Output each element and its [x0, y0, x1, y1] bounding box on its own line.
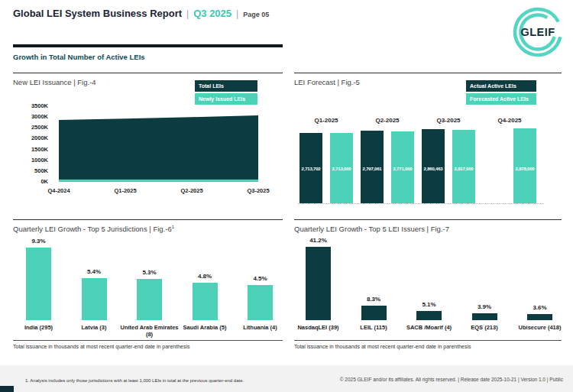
legend-item-actual-active-leis: Actual Active LEIs — [466, 80, 536, 92]
header-divider: | — [186, 8, 189, 19]
bar-category-label: United Arab Emirates (8) — [119, 324, 180, 338]
gleif-logo: GLEIF — [510, 5, 565, 60]
bar-percent-label: 3.9% — [457, 303, 513, 310]
bar-category-label: EQS (213) — [454, 324, 515, 331]
fig6-title: Quarterly LEI Growth - Top 5 Jurisdictio… — [13, 225, 174, 233]
gleif-logo-rings: GLEIF — [510, 5, 565, 60]
report-page: Global LEI System Business Report | Q3 2… — [0, 0, 573, 392]
bar-forecast-q4-2025 — [513, 128, 536, 203]
bar-saudi-arabia-5- — [193, 283, 218, 320]
fig6-note: Total issuance in thousands at most rece… — [13, 344, 190, 349]
svg-text:0K: 0K — [40, 178, 48, 185]
bar-category-label: NasdaqLEI (39) — [288, 324, 349, 331]
bar-latvia-3- — [82, 278, 107, 320]
fig7-note-rule — [294, 340, 562, 341]
bar-category-label: India (295) — [8, 324, 70, 331]
bar-percent-label: 4.8% — [177, 273, 233, 280]
section-heading: Growth in Total Number of Active LEIs — [13, 53, 145, 61]
bar-percent-label: 5.4% — [66, 268, 122, 275]
bar-india-295- — [26, 248, 51, 320]
svg-text:3000K: 3000K — [31, 113, 49, 120]
fig5-quarter-label: Q4-2025 — [479, 117, 540, 124]
bar-percent-label: 8.3% — [346, 296, 402, 303]
fig5-legend: Actual Active LEIsForecasted Active LEIs — [466, 80, 536, 106]
fig5-quarter-label: Q3-2025 — [418, 117, 479, 124]
logo-text: GLEIF — [520, 26, 555, 38]
report-title: Global LEI System Business Report — [13, 8, 182, 19]
panel-fig6: Quarterly LEI Growth - Top 5 Jurisdictio… — [13, 219, 283, 356]
bar-ubisecure-418- — [527, 314, 552, 320]
svg-text:Q1-2025: Q1-2025 — [114, 187, 136, 194]
panel-fig5: LEI Forecast | Fig.-5 Actual Active LEIs… — [294, 73, 562, 215]
area-total-leis — [59, 115, 258, 181]
header-divider: | — [236, 8, 238, 19]
svg-text:Q2-2025: Q2-2025 — [180, 187, 202, 194]
svg-text:1000K: 1000K — [31, 157, 49, 164]
bar-value-label: 2,797,061 — [361, 167, 384, 171]
footnote: 1. Analysis includes only those jurisdic… — [25, 378, 244, 383]
bar-category-label: LEIL (115) — [343, 324, 404, 331]
svg-text:2500K: 2500K — [31, 124, 49, 131]
bar-value-label: 2,878,000 — [513, 167, 536, 171]
bar-leil-115- — [361, 306, 387, 320]
fig7-note: Total issuance in thousands at most rece… — [294, 344, 471, 349]
bar-category-label: Saudi Arabia (5) — [174, 324, 235, 331]
page-corner-marker — [0, 386, 14, 392]
area-newly-issued-leis — [59, 180, 258, 182]
fig5-title: LEI Forecast | Fig.-5 — [294, 78, 360, 86]
bar-percent-label: 41.2% — [290, 237, 346, 244]
svg-text:2000K: 2000K — [31, 134, 49, 141]
bar-percent-label: 5.1% — [401, 301, 457, 308]
bar-category-label: Lithuania (4) — [230, 324, 291, 331]
panel-fig7: Quarterly LEI Growth - Top 5 LEI Issuers… — [294, 219, 562, 356]
svg-text:Q3-2025: Q3-2025 — [247, 187, 269, 194]
bar-value-label: 2,713,000 — [330, 167, 353, 171]
fig5-quarter-label: Q1-2025 — [296, 117, 357, 124]
bar-value-label: 2,713,702 — [299, 167, 322, 171]
svg-text:1500K: 1500K — [31, 146, 49, 153]
svg-text:Q4-2024: Q4-2024 — [47, 187, 70, 194]
fig6-note-rule — [13, 340, 283, 341]
bar-category-label: Latvia (3) — [63, 324, 125, 331]
report-period: Q3 2025 — [193, 8, 231, 19]
fig6-title-text: Quarterly LEI Growth - Top 5 Jurisdictio… — [13, 225, 172, 233]
bar-value-label: 2,771,000 — [391, 167, 414, 171]
bar-category-label: Ubisecure (418) — [510, 324, 571, 331]
copyright: © 2025 GLEIF and/or its affiliates. All … — [340, 377, 563, 382]
bar-percent-label: 5.3% — [121, 269, 177, 276]
bar-value-label: 2,860,463 — [422, 167, 445, 171]
bar-eqs-213- — [472, 313, 497, 320]
fig5-baseline — [298, 203, 544, 204]
fig7-title: Quarterly LEI Growth - Top 5 LEI Issuers… — [294, 225, 449, 233]
bar-value-label: 2,817,000 — [452, 167, 475, 171]
bar-category-label: SACB /Moarif (4) — [399, 324, 460, 331]
fig5-quarter-label: Q2-2025 — [357, 117, 418, 124]
bar-lithuania-4- — [248, 285, 273, 320]
bar-united-arab-emirates-8- — [137, 279, 162, 320]
bar-percent-label: 4.5% — [232, 275, 288, 282]
svg-text:500K: 500K — [34, 167, 49, 174]
page-number: Page 05 — [243, 11, 269, 18]
fig4-area-chart: 0K500K1000K1500K2000K2500K3000K3500KQ4-2… — [13, 73, 283, 199]
bar-percent-label: 9.3% — [11, 238, 66, 245]
bar-sacb-moarif-4- — [416, 311, 442, 320]
report-header: Global LEI System Business Report | Q3 2… — [13, 8, 269, 19]
svg-text:3500K: 3500K — [31, 102, 49, 109]
legend-item-forecasted-active-leis: Forecasted Active LEIs — [466, 93, 536, 105]
fig6-title-superscript: 1 — [172, 225, 174, 229]
bar-nasdaqlei-39- — [306, 247, 331, 320]
panel-fig4: New LEI Issuance | Fig.-4 Total LEIsNewl… — [13, 73, 283, 215]
section-rule — [13, 44, 283, 47]
bar-percent-label: 3.6% — [512, 304, 568, 311]
